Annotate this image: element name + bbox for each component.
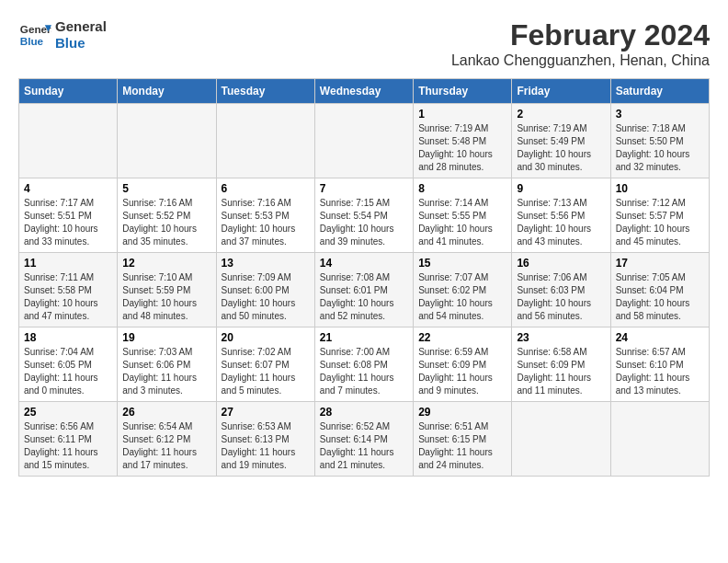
calendar-cell: 23Sunrise: 6:58 AMSunset: 6:09 PMDayligh… [512, 327, 610, 402]
day-number: 25 [24, 406, 112, 419]
day-info: Sunrise: 7:09 AMSunset: 6:00 PMDaylight:… [222, 271, 310, 323]
header-monday: Monday [118, 79, 216, 104]
day-number: 10 [616, 182, 704, 195]
day-info: Sunrise: 7:02 AMSunset: 6:07 PMDaylight:… [222, 346, 310, 397]
calendar-cell: 19Sunrise: 7:03 AMSunset: 6:06 PMDayligh… [118, 327, 216, 402]
header-wednesday: Wednesday [314, 79, 413, 104]
day-info: Sunrise: 7:03 AMSunset: 6:06 PMDaylight:… [122, 346, 210, 397]
calendar-cell: 16Sunrise: 7:06 AMSunset: 6:03 PMDayligh… [512, 253, 610, 327]
day-info: Sunrise: 7:10 AMSunset: 5:59 PMDaylight:… [122, 271, 210, 323]
day-info: Sunrise: 7:12 AMSunset: 5:57 PMDaylight:… [616, 197, 704, 248]
calendar-cell: 24Sunrise: 6:57 AMSunset: 6:10 PMDayligh… [610, 327, 709, 402]
day-number: 17 [616, 257, 704, 270]
day-info: Sunrise: 6:57 AMSunset: 6:10 PMDaylight:… [616, 346, 704, 397]
calendar-cell: 9Sunrise: 7:13 AMSunset: 5:56 PMDaylight… [512, 178, 610, 253]
day-number: 18 [24, 331, 112, 344]
logo-text-blue: Blue [55, 35, 107, 52]
day-number: 5 [122, 182, 210, 195]
calendar-cell: 11Sunrise: 7:11 AMSunset: 5:58 PMDayligh… [19, 253, 118, 327]
header-tuesday: Tuesday [216, 79, 314, 104]
header-friday: Friday [512, 79, 610, 104]
day-number: 24 [616, 331, 704, 344]
calendar-cell [610, 402, 709, 477]
calendar-cell: 18Sunrise: 7:04 AMSunset: 6:05 PMDayligh… [19, 327, 118, 402]
day-info: Sunrise: 7:17 AMSunset: 5:51 PMDaylight:… [24, 197, 112, 248]
calendar-cell: 29Sunrise: 6:51 AMSunset: 6:15 PMDayligh… [414, 402, 512, 477]
week-row-5: 25Sunrise: 6:56 AMSunset: 6:11 PMDayligh… [19, 402, 710, 477]
logo-icon: General Blue [18, 18, 51, 52]
subtitle: Lankao Chengguanzhen, Henan, China [451, 52, 710, 69]
calendar-cell: 2Sunrise: 7:19 AMSunset: 5:49 PMDaylight… [512, 104, 610, 178]
day-number: 21 [320, 331, 408, 344]
day-info: Sunrise: 7:05 AMSunset: 6:04 PMDaylight:… [616, 271, 704, 323]
day-info: Sunrise: 7:16 AMSunset: 5:53 PMDaylight:… [222, 197, 310, 248]
week-row-2: 4Sunrise: 7:17 AMSunset: 5:51 PMDaylight… [19, 178, 710, 253]
day-number: 7 [320, 182, 408, 195]
calendar-cell: 15Sunrise: 7:07 AMSunset: 6:02 PMDayligh… [414, 253, 512, 327]
calendar-cell: 22Sunrise: 6:59 AMSunset: 6:09 PMDayligh… [414, 327, 512, 402]
calendar-cell: 14Sunrise: 7:08 AMSunset: 6:01 PMDayligh… [314, 253, 413, 327]
day-number: 29 [418, 406, 506, 419]
day-number: 13 [222, 257, 310, 270]
day-number: 11 [24, 257, 112, 270]
calendar-cell [314, 104, 413, 178]
day-number: 26 [122, 406, 210, 419]
calendar-cell: 26Sunrise: 6:54 AMSunset: 6:12 PMDayligh… [118, 402, 216, 477]
day-info: Sunrise: 7:06 AMSunset: 6:03 PMDaylight:… [517, 271, 605, 323]
day-number: 20 [222, 331, 310, 344]
logo-text-general: General [55, 18, 107, 35]
day-number: 22 [418, 331, 506, 344]
day-number: 4 [24, 182, 112, 195]
day-info: Sunrise: 7:14 AMSunset: 5:55 PMDaylight:… [418, 197, 506, 248]
day-number: 27 [222, 406, 310, 419]
week-row-4: 18Sunrise: 7:04 AMSunset: 6:05 PMDayligh… [19, 327, 710, 402]
calendar-cell: 20Sunrise: 7:02 AMSunset: 6:07 PMDayligh… [216, 327, 314, 402]
week-row-3: 11Sunrise: 7:11 AMSunset: 5:58 PMDayligh… [19, 253, 710, 327]
day-number: 15 [418, 257, 506, 270]
day-info: Sunrise: 6:54 AMSunset: 6:12 PMDaylight:… [122, 420, 210, 472]
svg-text:Blue: Blue [20, 35, 44, 47]
day-info: Sunrise: 7:11 AMSunset: 5:58 PMDaylight:… [24, 271, 112, 323]
calendar-cell: 25Sunrise: 6:56 AMSunset: 6:11 PMDayligh… [19, 402, 118, 477]
header-saturday: Saturday [610, 79, 709, 104]
svg-text:General: General [20, 23, 51, 35]
day-info: Sunrise: 7:08 AMSunset: 6:01 PMDaylight:… [320, 271, 408, 323]
day-info: Sunrise: 7:19 AMSunset: 5:49 PMDaylight:… [517, 122, 605, 174]
day-info: Sunrise: 7:15 AMSunset: 5:54 PMDaylight:… [320, 197, 408, 248]
day-number: 28 [320, 406, 408, 419]
calendar-cell: 3Sunrise: 7:18 AMSunset: 5:50 PMDaylight… [610, 104, 709, 178]
day-info: Sunrise: 7:00 AMSunset: 6:08 PMDaylight:… [320, 346, 408, 397]
calendar-cell: 4Sunrise: 7:17 AMSunset: 5:51 PMDaylight… [19, 178, 118, 253]
calendar-cell [216, 104, 314, 178]
header-row: SundayMondayTuesdayWednesdayThursdayFrid… [19, 79, 710, 104]
calendar-cell: 8Sunrise: 7:14 AMSunset: 5:55 PMDaylight… [414, 178, 512, 253]
calendar-cell: 13Sunrise: 7:09 AMSunset: 6:00 PMDayligh… [216, 253, 314, 327]
header-sunday: Sunday [19, 79, 118, 104]
logo: General Blue General Blue [18, 18, 107, 52]
day-info: Sunrise: 7:13 AMSunset: 5:56 PMDaylight:… [517, 197, 605, 248]
day-info: Sunrise: 7:04 AMSunset: 6:05 PMDaylight:… [24, 346, 112, 397]
day-number: 2 [517, 108, 605, 121]
day-number: 23 [517, 331, 605, 344]
calendar-cell: 17Sunrise: 7:05 AMSunset: 6:04 PMDayligh… [610, 253, 709, 327]
title-block: February 2024 Lankao Chengguanzhen, Hena… [451, 18, 710, 69]
calendar-cell: 5Sunrise: 7:16 AMSunset: 5:52 PMDaylight… [118, 178, 216, 253]
day-number: 14 [320, 257, 408, 270]
calendar-cell [19, 104, 118, 178]
day-info: Sunrise: 6:53 AMSunset: 6:13 PMDaylight:… [222, 420, 310, 472]
day-number: 1 [418, 108, 506, 121]
calendar-cell: 28Sunrise: 6:52 AMSunset: 6:14 PMDayligh… [314, 402, 413, 477]
calendar-cell: 27Sunrise: 6:53 AMSunset: 6:13 PMDayligh… [216, 402, 314, 477]
day-number: 8 [418, 182, 506, 195]
day-info: Sunrise: 7:19 AMSunset: 5:48 PMDaylight:… [418, 122, 506, 174]
calendar-cell: 21Sunrise: 7:00 AMSunset: 6:08 PMDayligh… [314, 327, 413, 402]
calendar-cell: 10Sunrise: 7:12 AMSunset: 5:57 PMDayligh… [610, 178, 709, 253]
day-info: Sunrise: 6:58 AMSunset: 6:09 PMDaylight:… [517, 346, 605, 397]
day-number: 3 [616, 108, 704, 121]
day-info: Sunrise: 6:59 AMSunset: 6:09 PMDaylight:… [418, 346, 506, 397]
day-info: Sunrise: 7:16 AMSunset: 5:52 PMDaylight:… [122, 197, 210, 248]
calendar-cell: 12Sunrise: 7:10 AMSunset: 5:59 PMDayligh… [118, 253, 216, 327]
day-info: Sunrise: 6:52 AMSunset: 6:14 PMDaylight:… [320, 420, 408, 472]
day-info: Sunrise: 7:18 AMSunset: 5:50 PMDaylight:… [616, 122, 704, 174]
day-info: Sunrise: 7:07 AMSunset: 6:02 PMDaylight:… [418, 271, 506, 323]
